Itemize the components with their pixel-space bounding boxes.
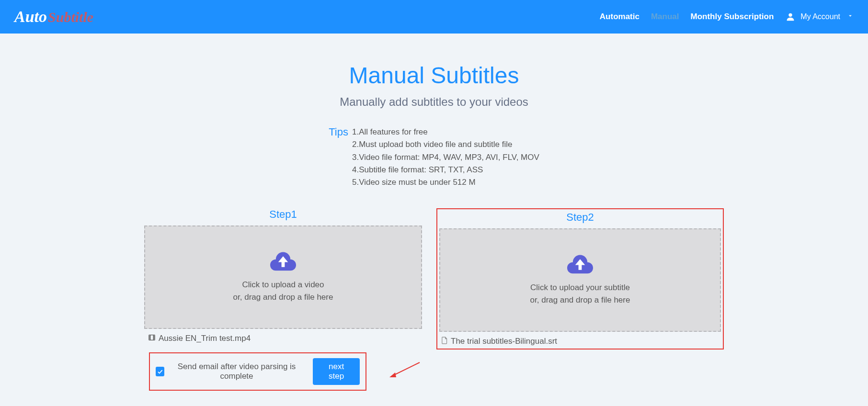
step1-line2: or, drag and drop a file here xyxy=(233,291,333,304)
steps-row: Step1 Click to upload a video or, drag a… xyxy=(113,208,755,391)
tips-section: Tips 1.All features for free 2.Must uplo… xyxy=(113,126,755,189)
chevron-down-icon xyxy=(847,12,854,21)
account-label: My Account xyxy=(800,12,840,21)
step2-filename: The trial subtitles-Bilingual.srt xyxy=(451,337,557,346)
tip-1: 1.All features for free xyxy=(352,126,539,138)
step2-dropzone[interactable]: Click to upload your subtitle or, drag a… xyxy=(439,228,721,332)
email-checkbox-text: Send email after video parsing is comple… xyxy=(168,362,305,381)
logo-part2: Subtitle xyxy=(48,9,93,25)
step1-filename: Aussie EN_Trim test.mp4 xyxy=(159,334,251,343)
user-icon xyxy=(785,11,796,22)
step1-dropzone[interactable]: Click to upload a video or, drag and dro… xyxy=(144,226,422,329)
next-step-button[interactable]: next step xyxy=(313,358,360,385)
step2-text: Click to upload your subtitle or, drag a… xyxy=(530,282,630,306)
upload-cloud-icon xyxy=(270,251,296,273)
email-checkbox-label[interactable]: Send email after video parsing is comple… xyxy=(156,362,305,381)
logo-part1: Auto xyxy=(14,8,47,26)
navbar: Auto Subtitle Automatic Manual Monthly S… xyxy=(0,0,868,34)
step1-line1: Click to upload a video xyxy=(233,279,333,291)
film-icon xyxy=(148,334,156,344)
step2-line2: or, drag and drop a file here xyxy=(530,294,630,306)
bottom-highlight-box: Send email after video parsing is comple… xyxy=(149,352,366,391)
main-content: Manual Subtitles Manually add subtitles … xyxy=(99,34,769,406)
step1-label: Step1 xyxy=(144,208,422,221)
nav-automatic[interactable]: Automatic xyxy=(600,12,640,22)
account-menu[interactable]: My Account xyxy=(785,11,854,22)
tips-list: 1.All features for free 2.Must upload bo… xyxy=(352,126,539,189)
bottom-row: Send email after video parsing is comple… xyxy=(144,352,422,391)
nav-items: Automatic Manual Monthly Subscription My… xyxy=(600,11,854,22)
svg-point-0 xyxy=(789,13,792,17)
annotation-arrow-icon xyxy=(388,360,422,381)
step1-file-row: Aussie EN_Trim test.mp4 xyxy=(144,334,422,344)
nav-subscription[interactable]: Monthly Subscription xyxy=(691,12,774,22)
nav-manual[interactable]: Manual xyxy=(651,12,679,22)
svg-line-10 xyxy=(393,362,420,375)
step2-label: Step2 xyxy=(439,211,721,224)
tip-2: 2.Must upload both video file and subtit… xyxy=(352,138,539,151)
upload-cloud-icon xyxy=(567,254,593,276)
logo[interactable]: Auto Subtitle xyxy=(14,8,93,26)
file-icon xyxy=(441,337,448,347)
page-title: Manual Subtitles xyxy=(113,62,755,89)
svg-marker-11 xyxy=(389,372,396,377)
step1-column: Step1 Click to upload a video or, drag a… xyxy=(144,208,422,391)
page-subtitle: Manually add subtitles to your videos xyxy=(113,95,755,109)
tip-4: 4.Subtitle file format: SRT, TXT, ASS xyxy=(352,164,539,176)
tip-3: 3.Video file format: MP4, WAV, MP3, AVI,… xyxy=(352,151,539,164)
step2-line1: Click to upload your subtitle xyxy=(530,282,630,294)
step2-column: Step2 Click to upload your subtitle or, … xyxy=(436,208,724,350)
tip-5: 5.Video size must be under 512 M xyxy=(352,176,539,189)
step2-file-row: The trial subtitles-Bilingual.srt xyxy=(439,337,721,347)
step1-text: Click to upload a video or, drag and dro… xyxy=(233,279,333,303)
tips-label: Tips xyxy=(329,126,348,138)
email-checkbox[interactable] xyxy=(156,367,164,376)
